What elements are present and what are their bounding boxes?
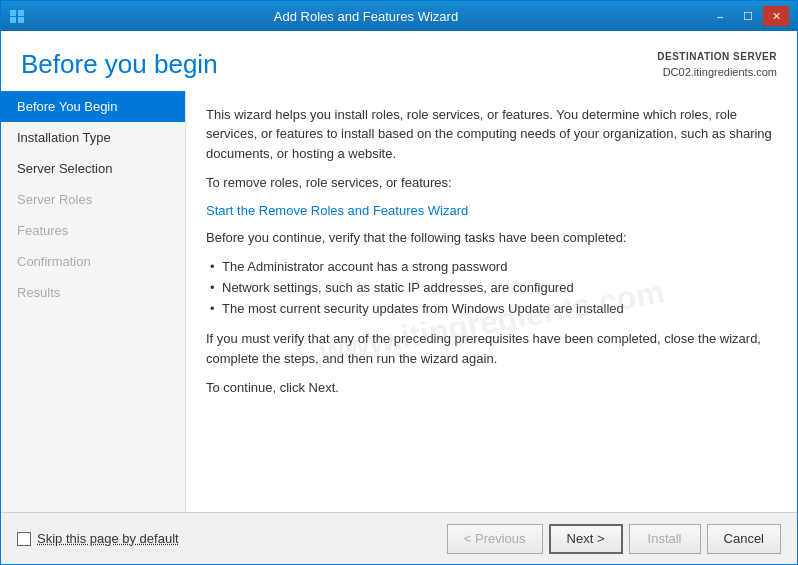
prereq-text: If you must verify that any of the prece… <box>206 329 777 368</box>
remove-wizard-link[interactable]: Start the Remove Roles and Features Wiza… <box>206 203 468 218</box>
page-title: Before you begin <box>21 49 218 80</box>
skip-page-label: Skip this page by default <box>37 531 179 546</box>
destination-server-info: DESTINATION SERVER DC02.itingredients.co… <box>657 49 777 81</box>
app-icon <box>9 8 25 24</box>
verify-text: Before you continue, verify that the fol… <box>206 228 777 248</box>
sidebar-item-results: Results <box>1 277 185 308</box>
intro-text: This wizard helps you install roles, rol… <box>206 105 777 164</box>
bullet-item-3: The most current security updates from W… <box>214 299 777 320</box>
footer-buttons: < Previous Next > Install Cancel <box>447 524 781 554</box>
bullet-item-2: Network settings, such as static IP addr… <box>214 278 777 299</box>
window-title: Add Roles and Features Wizard <box>25 9 707 24</box>
remove-heading: To remove roles, role services, or featu… <box>206 173 777 193</box>
sidebar-item-before-you-begin[interactable]: Before You Begin <box>1 91 185 122</box>
svg-rect-3 <box>18 17 24 23</box>
bullet-item-1: The Administrator account has a strong p… <box>214 257 777 278</box>
next-button[interactable]: Next > <box>549 524 623 554</box>
close-button[interactable]: ✕ <box>763 6 789 26</box>
skip-page-checkbox[interactable] <box>17 532 31 546</box>
sidebar: Before You Begin Installation Type Serve… <box>1 91 186 513</box>
titlebar: Add Roles and Features Wizard – ☐ ✕ <box>1 1 797 31</box>
svg-rect-0 <box>10 10 16 16</box>
previous-button[interactable]: < Previous <box>447 524 543 554</box>
sidebar-item-confirmation: Confirmation <box>1 246 185 277</box>
content-panel: This wizard helps you install roles, rol… <box>186 91 797 513</box>
destination-server-name: DC02.itingredients.com <box>657 64 777 81</box>
footer: Skip this page by default < Previous Nex… <box>1 512 797 564</box>
sidebar-item-server-selection[interactable]: Server Selection <box>1 153 185 184</box>
skip-page-checkbox-wrapper[interactable]: Skip this page by default <box>17 531 179 546</box>
restore-button[interactable]: ☐ <box>735 6 761 26</box>
destination-label: DESTINATION SERVER <box>657 49 777 64</box>
main-body: Before You Begin Installation Type Serve… <box>1 91 797 513</box>
sidebar-item-features: Features <box>1 215 185 246</box>
main-window: Add Roles and Features Wizard – ☐ ✕ Befo… <box>0 0 798 565</box>
install-button[interactable]: Install <box>629 524 701 554</box>
sidebar-item-installation-type[interactable]: Installation Type <box>1 122 185 153</box>
page-header: Before you begin DESTINATION SERVER DC02… <box>1 31 797 91</box>
cancel-button[interactable]: Cancel <box>707 524 781 554</box>
continue-text: To continue, click Next. <box>206 378 777 398</box>
svg-rect-1 <box>18 10 24 16</box>
minimize-button[interactable]: – <box>707 6 733 26</box>
svg-rect-2 <box>10 17 16 23</box>
sidebar-item-server-roles: Server Roles <box>1 184 185 215</box>
prerequisites-list: The Administrator account has a strong p… <box>214 257 777 319</box>
content-area: Before you begin DESTINATION SERVER DC02… <box>1 31 797 564</box>
window-controls: – ☐ ✕ <box>707 6 789 26</box>
footer-left: Skip this page by default <box>17 531 179 546</box>
